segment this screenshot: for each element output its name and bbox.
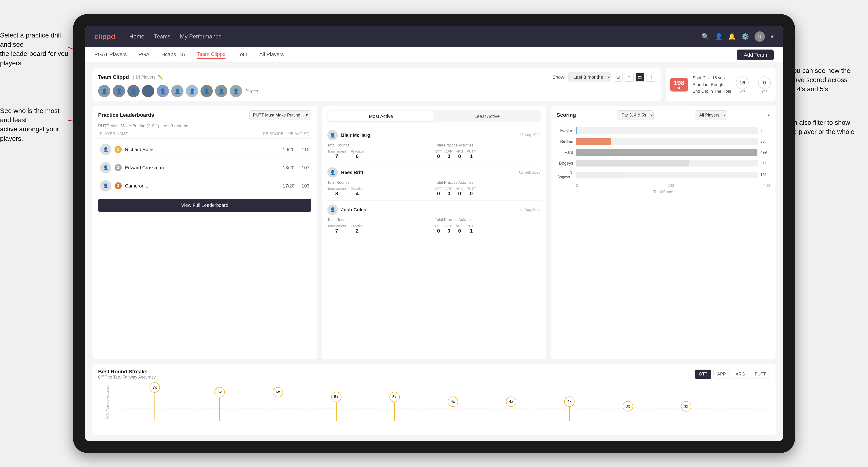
least-active-tab[interactable]: Least Active [434,111,540,121]
lb-avg-1: 110 [302,147,309,152]
shot-info: Shot Dist: 16 yds Start Lie: Rough End L… [692,74,731,95]
lb-row-2: 👤 2 Edward Crossman 18/20 107 [98,159,311,177]
bar-value-dbogeys: 131 [761,173,770,177]
streak-point-4x-1[interactable]: 4x [448,397,458,421]
total-rounds-label-2: Total Rounds [328,181,433,185]
streak-chart: % A, Fairway Accuracy 7x [98,383,770,431]
subnav-hcaps[interactable]: Hcaps 1-5 [161,52,185,59]
show-period-select[interactable]: Last 3 months [568,72,611,82]
bar-row-pars: Pars 499 [557,149,770,156]
subnav-pgat[interactable]: PGAT Players [94,52,127,59]
total-rounds-label-3: Total Rounds [328,218,433,222]
streak-point-4x-3[interactable]: 4x [564,397,575,421]
list-view-btn[interactable]: ≡ [625,73,633,82]
bar-label-pars: Pars [557,150,573,155]
bar-track-bogeys [576,160,757,166]
x-axis-title: Total Shots [557,190,770,194]
bar-row-dbogeys: D. Bogeys + 131 [557,171,770,179]
player-card-avatar-2: 👤 [328,167,338,178]
app-filter-btn[interactable]: APP [713,370,730,379]
activity-panel: Most Active Least Active 👤 Blair McHarg … [322,106,546,359]
streak-point-5x-2[interactable]: 5x [390,392,400,421]
person-icon[interactable]: 👤 [715,33,722,40]
lb-row-3: 👤 3 Cameron... 17/20 103 [98,177,311,195]
card-view-btn[interactable]: ▤ [636,73,644,82]
most-active-tab[interactable]: Most Active [328,111,434,121]
arg-stat-3: ARG 0 [456,224,464,234]
total-practice-label-3: Total Practice Activities [435,218,540,222]
streak-point-6x-2[interactable]: 6x [273,387,283,421]
nav-link-home[interactable]: Home [129,33,144,40]
subnav-pga[interactable]: PGA [138,52,149,59]
lb-rank-1: 1 [115,146,122,153]
show-label: Show: [552,74,566,80]
player-avatar-2: 👤 [113,85,125,97]
filter-view-btn[interactable]: ⇅ [646,73,655,82]
player-avatar-1: 👤 [98,85,111,97]
tournament-stat-3: Tournament 7 [328,224,346,234]
leaderboard-title: Practice Leaderboards [98,112,154,118]
streak-point-3x-1[interactable]: 3x [623,401,633,421]
ott-stat-3: OTT 0 [435,224,442,234]
player-card-avatar-3: 👤 [328,205,338,215]
putt-stat-3: PUTT 1 [467,224,476,234]
putt-stat-2: PUTT 0 [467,187,476,197]
bar-label-eagles: Eagles [557,128,573,133]
grid-view-btn[interactable]: ⊞ [614,73,623,82]
player-card-2: 👤 Rees Britt 02 Sep 2023 Total Rounds To… [328,163,540,201]
search-icon[interactable]: 🔍 [702,33,709,40]
nav-icons: 🔍 👤 🔔 ⚙️ U ▾ [702,31,774,42]
bar-row-eagles: Eagles 3 [557,127,770,134]
player-date-1: 26 Aug 2023 [519,133,540,137]
streak-point-5x-1[interactable]: 5x [331,392,342,421]
ott-filter-btn[interactable]: OTT [695,370,711,379]
ott-stat-2: OTT 0 [435,187,442,197]
par-filter-select[interactable]: Par 3, 4 & 5s [617,111,654,120]
streaks-section: Best Round Streaks Off The Tee, Fairway … [92,364,776,435]
leaderboard-header: Practice Leaderboards PUTT Must Make Put… [98,111,311,120]
arg-filter-btn[interactable]: ARG [732,370,749,379]
lb-score-2: 18/20 [283,165,294,170]
bell-icon[interactable]: 🔔 [728,33,736,40]
putt-stat-1: PUTT 1 [467,149,476,159]
streak-point-3x-2[interactable]: 3x [681,401,691,421]
bar-value-pars: 499 [761,150,770,154]
tournament-stat-1: Tournament 7 [328,149,346,159]
streak-point-4x-2[interactable]: 4x [506,397,516,421]
bar-row-bogeys: Bogeys 311 [557,160,770,166]
bar-value-birdies: 96 [761,139,770,144]
nav-link-teams[interactable]: Teams [154,33,170,40]
user-avatar[interactable]: U [754,31,765,42]
bar-row-birdies: Birdies 96 [557,138,770,145]
bar-track-eagles [576,127,757,134]
subnav-all-players[interactable]: All Players [259,52,284,59]
lb-rank-3: 3 [115,182,122,189]
nav-link-performance[interactable]: My Performance [180,33,221,40]
practice-stat-1: Practice 6 [351,149,364,159]
add-team-button[interactable]: Add Team [737,50,774,60]
player-avatar-7: 👤 [186,85,198,97]
player-avatar-6: 👤 [171,85,184,97]
player-card-header-3: 👤 Josh Coles 26 Aug 2023 [328,205,540,215]
subnav-tour[interactable]: Tour [237,52,247,59]
bar-track-birdies [576,138,757,145]
players-filter-select[interactable]: All Players [695,111,727,120]
player-avatar-9: 👤 [215,85,227,97]
streak-point-7x-1[interactable]: 7x [150,382,160,421]
settings-icon[interactable]: ⚙️ [741,33,749,40]
putt-filter-btn[interactable]: PUTT [751,370,770,379]
leaderboard-panel: Practice Leaderboards PUTT Must Make Put… [92,106,317,359]
total-practice-label-2: Total Practice Activities [435,181,540,185]
drill-select[interactable]: PUTT Must Make Putting... ▾ [249,111,311,120]
player-card-avatar-1: 👤 [328,130,338,140]
bar-label-birdies: Birdies [557,139,573,144]
subnav-team-clippd[interactable]: Team Clippd [197,51,225,59]
player-avatar-3: 👤 [127,85,140,97]
view-full-leaderboard-button[interactable]: View Full Leaderboard [98,199,311,212]
view-icons: ⊞ ≡ ▤ ⇅ [614,73,655,82]
bar-label-dbogeys: D. Bogeys + [557,171,573,179]
streak-point-6x-1[interactable]: 6x [214,387,225,421]
navbar: clippd Home Teams My Performance 🔍 👤 🔔 ⚙… [85,26,783,47]
edit-icon[interactable]: ✏️ [158,74,163,80]
lb-name-2: Edward Crossman [125,165,280,170]
